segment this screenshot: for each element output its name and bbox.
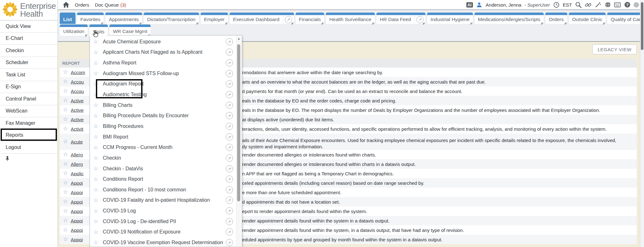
open-report-arrow-icon[interactable]: ↗	[226, 112, 233, 119]
dropdown-item-checkin-datavis[interactable]: ☆Checkin - DataVis↗	[90, 163, 242, 174]
globe-icon[interactable]	[604, 2, 611, 8]
dropdown-item-conditions-report-10-most-common[interactable]: ☆Conditions Report - 10 most common↗	[90, 184, 242, 195]
external-link-button[interactable]: ↗	[283, 15, 294, 24]
link-icon[interactable]	[585, 2, 591, 8]
open-report-arrow-icon[interactable]: ↗	[226, 207, 233, 215]
open-report-arrow-icon[interactable]: ↗	[226, 59, 233, 67]
open-report-arrow-icon[interactable]: ↗	[226, 49, 233, 56]
favorite-star-icon[interactable]: ☆	[93, 70, 100, 77]
favorite-star-icon[interactable]: ☆	[93, 218, 100, 225]
favorite-star-icon[interactable]: ☆	[63, 138, 68, 145]
dropdown-item-checkin[interactable]: ☆Checkin↗	[90, 153, 242, 163]
favorite-star-icon[interactable]: ☆	[63, 170, 68, 177]
sidebar-item-logout[interactable]: Logout	[0, 141, 58, 154]
favorite-star-icon[interactable]: ☆	[93, 186, 100, 193]
tab-financials[interactable]: Financials	[296, 13, 325, 24]
open-report-arrow-icon[interactable]: ↗	[226, 70, 233, 77]
tab-quality-of-care[interactable]: Quality of Care	[607, 13, 644, 24]
report-link[interactable]: Activit	[71, 126, 90, 132]
open-report-arrow-icon[interactable]: ↗	[226, 218, 233, 225]
favorite-star-icon[interactable]: ☆	[63, 69, 68, 75]
favorite-star-icon[interactable]: ☆	[93, 49, 100, 56]
dropdown-item-ccm-progress-current-month[interactable]: ☆CCM Progress - Current Month↗	[90, 142, 242, 153]
tab-wr-case-mgmt[interactable]: WR Case Mgmt	[109, 25, 151, 36]
dropdown-item-covid-19-notification-of-exposure[interactable]: ☆COVID-19 Notification of Exposure↗	[90, 227, 242, 238]
dropdown-item-covid-19-fatality-and-in-patient-hospitalization[interactable]: ☆COVID-19 Fatality and In-patient Hospit…	[90, 195, 242, 206]
dropdown-item-audiogram-report[interactable]: ☆Audiogram Report↗	[90, 79, 242, 90]
clock-icon[interactable]	[553, 2, 560, 8]
open-report-arrow-icon[interactable]: ↗	[226, 197, 233, 204]
favorite-star-icon[interactable]: ☆	[93, 81, 100, 87]
tab-orders[interactable]: Orders	[545, 13, 567, 24]
tab-appointments[interactable]: Appointments	[105, 13, 142, 24]
open-report-arrow-icon[interactable]: ↗	[226, 38, 233, 45]
favorite-star-icon[interactable]: ☆	[93, 134, 100, 140]
open-report-arrow-icon[interactable]: ↗	[226, 228, 233, 236]
dropdown-item-audiometric-testing[interactable]: ☆Audiometric Testing↗	[90, 89, 242, 100]
report-link[interactable]: Accou	[71, 79, 90, 85]
tab-employer[interactable]: Employer	[201, 13, 228, 24]
dropdown-item-covid-19-vaccine-exemption-request-determination[interactable]: ☆COVID-19 Vaccine Exemption Request Dete…	[90, 237, 242, 247]
report-link[interactable]: Appoi	[71, 190, 90, 195]
sidebar-item-e-sign[interactable]: E-Sign	[0, 81, 58, 93]
sidebar-item-e-chart[interactable]: E-Chart	[0, 33, 58, 45]
favorite-star-icon[interactable]: ☆	[93, 229, 100, 235]
open-report-arrow-icon[interactable]: ↗	[226, 91, 233, 98]
report-link[interactable]: Acute	[71, 139, 90, 145]
tab-visits[interactable]: Visits	[89, 25, 108, 36]
dropdown-item-acute-chemical-exposure[interactable]: ☆Acute Chemical Exposure↗	[90, 36, 242, 47]
favorite-star-icon[interactable]: ☆	[93, 208, 100, 214]
dropdown-scrollbar[interactable]: ▲	[236, 36, 241, 246]
favorite-star-icon[interactable]: ☆	[63, 236, 68, 243]
legacy-view-button[interactable]: LEGACY VIEW	[592, 44, 637, 54]
tab-outside-clinic[interactable]: Outside Clinic	[569, 13, 606, 24]
open-report-arrow-icon[interactable]: ↗	[226, 165, 233, 172]
tab-dictation-transcription[interactable]: Dictation/Transcription	[144, 13, 199, 24]
dropdown-item-covid-19-log[interactable]: ☆COVID-19 Log↗	[90, 206, 242, 216]
favorite-star-icon[interactable]: ☆	[63, 207, 68, 214]
open-report-arrow-icon[interactable]: ↗	[226, 80, 233, 88]
favorite-star-icon[interactable]: ☆	[93, 113, 100, 119]
report-link[interactable]: Appoi	[71, 218, 90, 223]
report-link[interactable]: Appoi	[71, 180, 90, 186]
tab-health-surveillance[interactable]: Health Surveillance	[326, 13, 375, 24]
scroll-up-arrow-icon[interactable]: ▲	[236, 37, 241, 40]
dropdown-item-billing-procedure-details-by-encounter[interactable]: ☆Billing Procedure Details by Encounter↗	[90, 110, 242, 121]
favorite-star-icon[interactable]: ☆	[93, 197, 100, 204]
sidebar-item-reports[interactable]: Reports	[0, 129, 58, 142]
favorite-star-icon[interactable]: ☆	[63, 87, 68, 94]
report-link[interactable]: Appoi	[71, 237, 90, 242]
favorite-star-icon[interactable]: ☆	[93, 60, 100, 66]
report-link[interactable]: Appoi	[71, 209, 90, 214]
tab-executive-dashboard[interactable]: Executive Dashboard↗	[230, 13, 294, 24]
page-scrollbar-thumb[interactable]	[641, 2, 643, 50]
dropdown-scrollbar-thumb[interactable]	[237, 44, 240, 201]
sidebar-item-webscan[interactable]: WebScan	[0, 105, 58, 118]
favorite-star-icon[interactable]: ☆	[93, 239, 100, 246]
open-report-arrow-icon[interactable]: ↗	[226, 176, 233, 183]
search-icon[interactable]	[575, 2, 582, 8]
external-link-button[interactable]: ↗	[414, 15, 425, 24]
sidebar-item-checkin[interactable]: Checkin	[0, 45, 58, 57]
report-link[interactable]: Accou	[71, 89, 90, 94]
dropdown-item-audiogram-missed-sts-follow-up[interactable]: ☆Audiogram Missed STS Follow-up↗	[90, 68, 242, 79]
favorite-star-icon[interactable]: ☆	[93, 176, 100, 183]
breadcrumb-doc-queue[interactable]: Doc Queue(3)	[95, 2, 126, 8]
favorite-star-icon[interactable]: ☆	[63, 226, 68, 233]
page-scrollbar[interactable]	[640, 0, 644, 247]
open-report-arrow-icon[interactable]: ↗	[226, 133, 233, 140]
favorite-star-icon[interactable]: ☆	[63, 217, 68, 224]
help-icon[interactable]: ?	[624, 2, 630, 8]
open-report-arrow-icon[interactable]: ↗	[226, 123, 233, 130]
favorite-star-icon[interactable]: ☆	[93, 102, 100, 108]
favorite-star-icon[interactable]: ☆	[93, 144, 100, 151]
tab-medications-allergies-scripts[interactable]: Medications/Allergies/Scripts	[475, 13, 544, 24]
favorite-star-icon[interactable]: ☆	[63, 179, 68, 186]
sidebar-item-task-list[interactable]: Task List	[0, 69, 58, 81]
open-report-arrow-icon[interactable]: ↗	[226, 144, 233, 151]
favorite-star-icon[interactable]: ☆	[93, 155, 100, 161]
report-link[interactable]: Active	[71, 107, 90, 113]
tab-industrial-hygiene[interactable]: Industrial Hygiene	[427, 13, 473, 24]
favorite-star-icon[interactable]: ☆	[63, 106, 68, 113]
tab-list[interactable]: List	[60, 13, 75, 24]
